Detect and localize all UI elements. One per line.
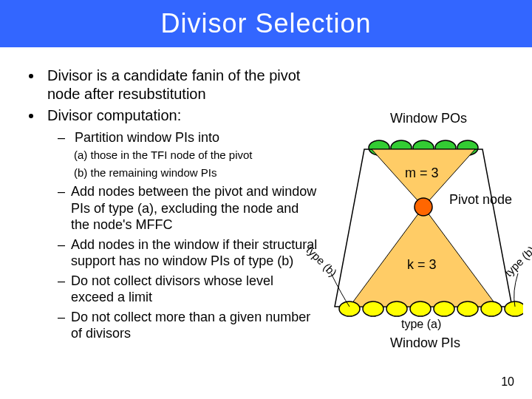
bullet-1: Divisor is a candidate fanin of the pivo… bbox=[43, 66, 318, 103]
page-number: 10 bbox=[501, 375, 514, 389]
svg-point-14 bbox=[457, 301, 478, 316]
sub-partition: Partition window PIs into (a) those in t… bbox=[58, 129, 318, 180]
label-window-pis: Window PIs bbox=[390, 335, 460, 351]
label-type-a: type (a) bbox=[401, 318, 441, 331]
label-pivot: Pivot node bbox=[449, 192, 512, 208]
sub-level-limit: Do not collect divisors whose level exce… bbox=[58, 273, 318, 306]
sub-add-window: Add nodes in the window if their structu… bbox=[58, 236, 318, 270]
svg-point-10 bbox=[363, 301, 383, 316]
bullet-content: Divisor is a candidate fanin of the pivo… bbox=[0, 66, 318, 345]
svg-point-11 bbox=[386, 301, 407, 316]
sub-max-divisors: Do not collect more than a given number … bbox=[58, 309, 318, 342]
title-bar: Divisor Selection bbox=[0, 0, 532, 47]
label-m: m = 3 bbox=[405, 166, 439, 181]
svg-point-12 bbox=[410, 301, 431, 316]
svg-point-15 bbox=[481, 301, 502, 316]
sub-add-between: Add nodes between the pivot and window P… bbox=[58, 183, 318, 233]
subsub-a: (a) those in the TFI node of the pivot bbox=[74, 148, 318, 163]
label-k: k = 3 bbox=[407, 257, 437, 273]
svg-point-13 bbox=[434, 301, 454, 316]
svg-point-16 bbox=[505, 301, 523, 316]
window-figure: Window POs m = 3 Pivot node k = 3 type (… bbox=[324, 96, 523, 362]
label-window-pos: Window POs bbox=[390, 111, 467, 126]
slide-title: Divisor Selection bbox=[160, 8, 371, 39]
bullet-2: Divisor computation: Partition window PI… bbox=[43, 106, 318, 342]
subsub-b: (b) the remaining window PIs bbox=[74, 166, 318, 180]
svg-point-9 bbox=[339, 301, 360, 316]
svg-point-8 bbox=[415, 198, 432, 216]
